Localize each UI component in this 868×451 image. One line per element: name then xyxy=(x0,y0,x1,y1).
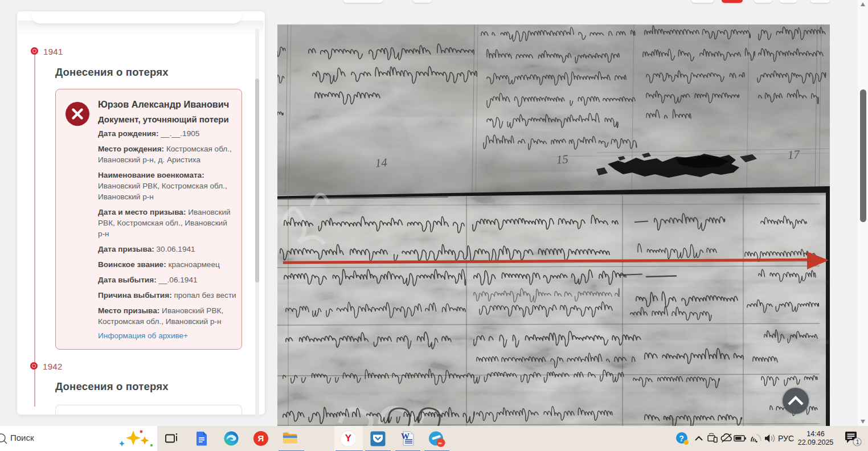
svg-text:∞: ∞ xyxy=(438,440,442,446)
svg-text:W: W xyxy=(401,432,410,441)
svg-text:1: 1 xyxy=(856,438,859,445)
svg-text:14: 14 xyxy=(375,155,388,170)
svg-text:?: ? xyxy=(679,434,684,443)
svg-text:15: 15 xyxy=(556,152,569,166)
svg-text:17: 17 xyxy=(787,147,801,162)
